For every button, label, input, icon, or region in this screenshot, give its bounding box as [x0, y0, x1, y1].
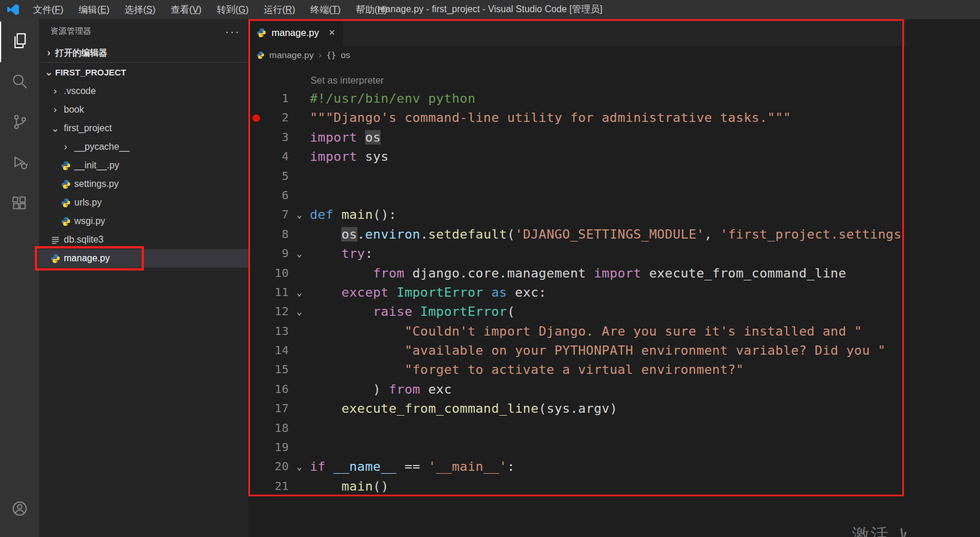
tree-item-settings-py[interactable]: settings.py [39, 175, 248, 193]
code-text[interactable]: execute_from_command_line(sys.argv) [310, 399, 906, 418]
tree-item-book[interactable]: ›book [39, 100, 248, 119]
breakpoint-margin[interactable] [248, 244, 263, 263]
code-token[interactable] [310, 401, 341, 416]
breakpoint-margin[interactable] [248, 399, 263, 418]
breakpoint-margin[interactable] [248, 322, 263, 341]
menu-selection[interactable]: 选择(S) [117, 0, 163, 19]
code-token[interactable]: def [310, 207, 334, 222]
code-token[interactable]: ImportError [397, 285, 484, 300]
code-area[interactable]: Set as interpreter 1#!/usr/bin/env pytho… [248, 64, 906, 537]
breakpoint-margin[interactable] [248, 457, 263, 476]
tree-item-urls-py[interactable]: urls.py [39, 193, 248, 212]
code-token[interactable] [310, 285, 341, 300]
code-token[interactable]: '__main__' [428, 459, 507, 474]
code-token[interactable]: raise [373, 304, 413, 319]
code-token[interactable]: environ [365, 227, 420, 242]
tree-item-init-py[interactable]: __init__.py [39, 156, 248, 175]
code-line-4[interactable]: 4import sys [248, 147, 906, 166]
code-text[interactable]: raise ImportError( [310, 302, 906, 321]
breakpoint-margin[interactable] [248, 283, 263, 302]
tree-item-vscode[interactable]: ›.vscode [39, 82, 248, 100]
code-text[interactable] [310, 438, 906, 457]
code-line-8[interactable]: 8 os.environ.setdefault('DJANGO_SETTINGS… [248, 225, 906, 244]
breakpoint-margin[interactable] [248, 380, 263, 399]
activity-account-button[interactable] [0, 489, 39, 530]
code-token[interactable]: except [341, 285, 389, 300]
line-number[interactable]: 14 [263, 341, 289, 360]
code-token[interactable] [310, 227, 341, 242]
breakpoint-margin[interactable] [248, 147, 263, 166]
code-token[interactable] [310, 266, 373, 280]
line-number[interactable]: 9 [263, 244, 289, 263]
code-token[interactable] [326, 459, 334, 474]
code-token[interactable]: ) [310, 382, 389, 397]
breakpoint-margin[interactable] [248, 438, 263, 457]
breakpoint-margin[interactable] [248, 419, 263, 438]
menu-terminal[interactable]: 终端(T) [303, 0, 348, 19]
line-number[interactable]: 4 [263, 147, 289, 166]
more-actions-button[interactable]: ··· [225, 25, 240, 38]
code-token[interactable]: == [397, 459, 428, 474]
code-text[interactable]: "forget to activate a virtual environmen… [310, 360, 906, 379]
fold-chevron-icon[interactable]: ⌄ [289, 302, 310, 321]
menu-view[interactable]: 查看(V) [163, 0, 209, 19]
code-text[interactable] [310, 186, 906, 205]
breakpoint-margin[interactable] [248, 186, 263, 205]
line-number[interactable]: 1 [263, 89, 289, 108]
code-text[interactable]: """Django's command-line utility for adm… [310, 108, 906, 127]
menu-goto[interactable]: 转到(G) [209, 0, 256, 19]
activity-extensions-button[interactable] [0, 184, 39, 225]
code-line-19[interactable]: 19 [248, 438, 906, 457]
code-token[interactable]: execute_from_command_line [341, 401, 538, 416]
code-line-7[interactable]: 7⌄def main(): [248, 205, 906, 224]
code-text[interactable]: import sys [310, 147, 906, 166]
breadcrumb-symbol[interactable]: os [341, 50, 350, 60]
line-number[interactable]: 5 [263, 167, 289, 186]
tab-manage-py[interactable]: manage.py × [248, 19, 343, 46]
breakpoint-margin[interactable] [248, 89, 263, 108]
code-token[interactable]: ( [507, 304, 515, 319]
code-token[interactable] [310, 479, 341, 493]
tree-item-manage-py[interactable]: manage.py [39, 249, 248, 268]
breakpoint-margin[interactable] [248, 341, 263, 360]
code-token[interactable] [357, 130, 366, 145]
breakpoint-margin[interactable] [248, 167, 263, 186]
breakpoint-margin[interactable] [248, 477, 263, 496]
line-number[interactable]: 17 [263, 399, 289, 418]
breakpoint-margin[interactable] [248, 360, 263, 379]
menu-run[interactable]: 运行(R) [256, 0, 303, 19]
code-line-15[interactable]: 15 "forget to activate a virtual environ… [248, 360, 906, 379]
code-token[interactable]: : [507, 459, 515, 474]
code-line-9[interactable]: 9⌄ try: [248, 244, 906, 263]
code-text[interactable]: main() [310, 477, 906, 496]
activity-search-button[interactable] [0, 62, 39, 103]
root-folder-section[interactable]: ⌄ FIRST_PROJECT [39, 63, 248, 82]
code-token[interactable]: import [594, 266, 641, 280]
code-text[interactable] [310, 419, 906, 438]
code-line-12[interactable]: 12⌄ raise ImportError( [248, 302, 906, 321]
code-token[interactable]: 'DJANGO_SETTINGS_MODULE' [515, 227, 704, 242]
code-token[interactable]: (): [373, 207, 397, 222]
code-token[interactable]: try [341, 246, 365, 261]
code-text[interactable]: try: [310, 244, 906, 263]
code-line-16[interactable]: 16 ) from exc [248, 380, 906, 399]
code-token[interactable]: """Django's command-line utility for adm… [310, 110, 791, 125]
fold-chevron-icon[interactable]: ⌄ [289, 457, 310, 476]
activity-run-debug-button[interactable] [0, 143, 39, 184]
code-line-5[interactable]: 5 [248, 167, 906, 186]
code-token[interactable] [310, 324, 404, 338]
breakpoint-margin[interactable] [248, 264, 263, 283]
line-number[interactable]: 8 [263, 225, 289, 244]
code-token[interactable]: os [341, 227, 357, 242]
menu-help[interactable]: 帮助(H) [348, 0, 395, 19]
code-token[interactable]: setdefault [428, 227, 507, 242]
fold-chevron-icon[interactable]: ⌄ [289, 283, 310, 302]
menu-edit[interactable]: 编辑(E) [71, 0, 117, 19]
tree-item-db-sqlite3[interactable]: db.sqlite3 [39, 230, 248, 249]
code-token[interactable]: "Couldn't import Django. Are you sure it… [404, 324, 862, 338]
code-token[interactable]: from [373, 266, 404, 280]
code-token[interactable]: ( [507, 227, 515, 242]
code-line-13[interactable]: 13 "Couldn't import Django. Are you sure… [248, 322, 906, 341]
line-number[interactable]: 15 [263, 360, 289, 379]
breakpoint-margin[interactable] [248, 205, 263, 224]
